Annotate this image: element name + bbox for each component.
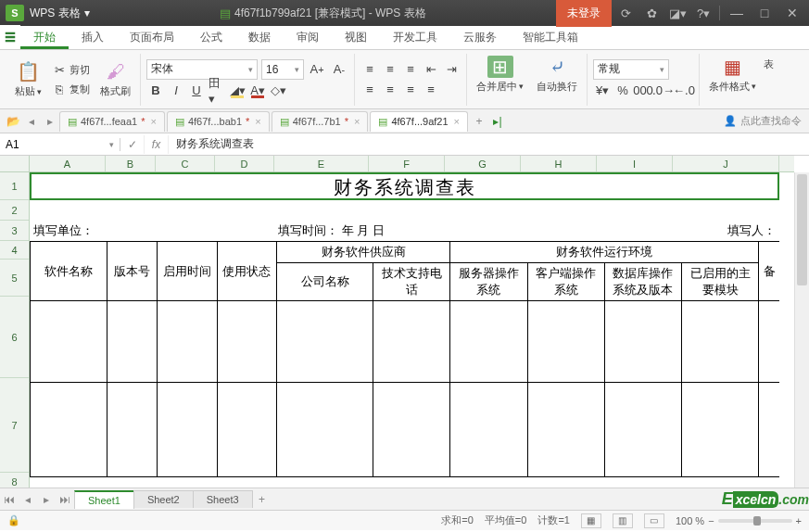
vertical-scrollbar[interactable] [794,172,809,488]
wrap-text-button[interactable]: ⤶ 自动换行 [533,54,581,106]
tab-page-layout[interactable]: 页面布局 [117,25,187,49]
spreadsheet-grid[interactable]: A B C D E F G H I J 1 2 3 4 5 6 7 8 财务系统… [0,156,809,488]
percent-button[interactable]: % [613,82,632,100]
zoom-in-button[interactable]: + [796,515,802,526]
settings-icon[interactable]: ✿ [639,3,664,23]
col-header[interactable]: I [597,156,673,171]
skin-icon[interactable]: ◪▾ [665,3,689,23]
font-color-button[interactable]: A▾ [248,82,267,100]
zoom-out-button[interactable]: − [708,515,714,526]
sheet-nav-last[interactable]: ⏭ [56,493,74,506]
col-header[interactable]: C [156,156,215,171]
row-headers[interactable]: 1 2 3 4 5 6 7 8 [0,172,30,488]
doc-tabs-prev[interactable]: ◂ [22,115,41,128]
align-top-button[interactable]: ≡ [360,60,379,79]
zoom-value[interactable]: 100 % [676,515,704,526]
row-header[interactable]: 4 [0,241,29,260]
col-header[interactable]: B [106,156,156,171]
select-all-corner[interactable] [0,156,30,172]
tab-smart-toolbox[interactable]: 智能工具箱 [510,25,591,49]
doc-tab-4[interactable]: ▤4f67f...9af21× [370,111,468,132]
align-left-button[interactable]: ≡ [360,81,379,99]
sheet-nav-prev[interactable]: ◂ [19,493,37,506]
selected-cell[interactable]: 财务系统调查表 [30,172,779,200]
copy-button[interactable]: ⎘复制 [49,81,93,97]
col-header[interactable]: H [521,156,597,171]
paste-button[interactable]: 📋 粘贴▾ [11,58,45,100]
border-button[interactable]: 田▾ [208,82,226,100]
align-right-button[interactable]: ≡ [401,81,420,99]
column-headers[interactable]: A B C D E F G H I J [30,156,794,172]
close-icon[interactable]: × [255,116,260,127]
table-style-button[interactable]: 表 [762,54,776,106]
scroll-thumb[interactable] [797,174,807,285]
increase-decimal-button[interactable]: .0→ [654,82,673,100]
comma-button[interactable]: 000 [634,82,652,100]
maximize-button[interactable]: □ [752,3,777,23]
name-box[interactable]: A1▾ [0,138,120,151]
formula-value[interactable]: 财务系统调查表 [169,136,261,152]
close-icon[interactable]: × [150,116,156,127]
distribute-button[interactable]: ≡ [422,81,440,99]
tab-view[interactable]: 视图 [332,25,380,49]
font-size-select[interactable]: 16▾ [261,59,304,80]
command-search[interactable]: 👤 点此查找命令 [724,114,809,128]
sync-icon[interactable]: ⟳ [613,3,638,23]
align-bottom-button[interactable]: ≡ [401,60,420,79]
login-button[interactable]: 未登录 [556,0,612,27]
cancel-edit-icon[interactable]: ✓ [120,135,145,154]
cut-button[interactable]: ✂剪切 [49,61,93,78]
tab-developer[interactable]: 开发工具 [380,25,450,49]
close-button[interactable]: ✕ [779,3,805,23]
bold-button[interactable]: B [146,82,165,100]
fill-color-button[interactable]: ◢▾ [228,82,246,100]
sheet-tab-2[interactable]: Sheet2 [133,490,194,508]
clear-format-button[interactable]: ◇▾ [269,82,287,100]
row-header[interactable]: 7 [0,378,29,473]
file-menu-icon[interactable] [0,25,20,49]
tab-start[interactable]: 开始 [20,25,69,49]
minimize-button[interactable]: — [724,3,750,23]
number-format-select[interactable]: 常规▾ [593,59,669,80]
sheet-nav-next[interactable]: ▸ [37,493,56,506]
align-center-button[interactable]: ≡ [381,81,399,99]
col-header[interactable]: G [445,156,521,171]
view-reading-button[interactable]: ▭ [644,513,664,528]
col-header[interactable]: A [30,156,106,171]
decrease-font-button[interactable]: A- [330,60,348,79]
doc-open-icon[interactable]: 📂 [4,115,22,128]
row-header[interactable]: 5 [0,260,29,297]
increase-font-button[interactable]: A+ [308,60,326,79]
doc-tab-2[interactable]: ▤4f67f...bab1 *× [167,111,270,132]
decrease-decimal-button[interactable]: ←.0 [675,82,693,100]
merge-center-button[interactable]: ⊞ 合并居中▾ [473,54,527,106]
col-header[interactable]: F [369,156,445,171]
indent-increase-button[interactable]: ⇥ [442,60,461,79]
zoom-slider[interactable] [718,519,792,523]
sheet-tab-1[interactable]: Sheet1 [74,490,134,509]
close-icon[interactable]: × [354,116,360,127]
new-doc-button[interactable]: + [470,115,488,128]
view-page-button[interactable]: ▥ [613,513,633,528]
tab-formula[interactable]: 公式 [187,25,235,49]
indent-decrease-button[interactable]: ⇤ [422,60,440,79]
align-middle-button[interactable]: ≡ [381,60,399,79]
doc-tab-3[interactable]: ▤4f67f...7b1 *× [272,111,369,132]
sheet-tab-3[interactable]: Sheet3 [193,490,253,508]
col-header[interactable]: J [673,156,779,171]
underline-button[interactable]: U [187,82,206,100]
tab-cloud[interactable]: 云服务 [450,25,510,49]
row-header[interactable]: 3 [0,221,29,241]
col-header[interactable]: D [215,156,274,171]
sheet-nav-first[interactable]: ⏮ [0,493,19,506]
doc-tab-1[interactable]: ▤4f67f...feaa1 *× [59,111,165,132]
help-icon[interactable]: ?▾ [691,3,715,23]
doc-tab-list[interactable]: ▸| [488,115,507,128]
close-icon[interactable]: × [454,116,460,127]
format-painter-button[interactable]: 🖌 格式刷 [96,58,134,100]
doc-tabs-next[interactable]: ▸ [41,115,59,128]
col-header[interactable]: E [274,156,369,171]
row-header[interactable]: 2 [0,200,29,221]
tab-review[interactable]: 审阅 [284,25,332,49]
tab-data[interactable]: 数据 [235,25,284,49]
